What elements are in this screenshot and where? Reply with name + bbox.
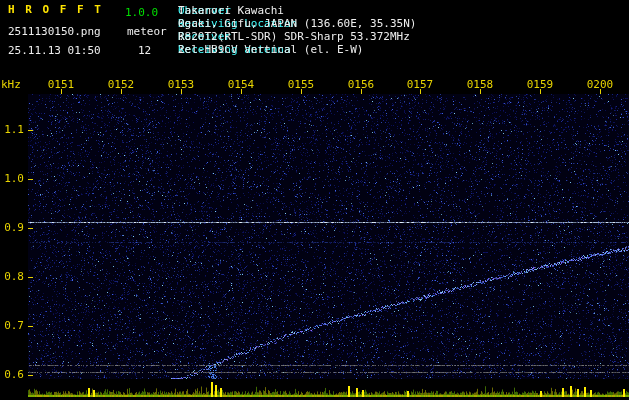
app-title: H R O F F T: [8, 3, 103, 16]
echo-count: 12: [138, 44, 151, 57]
info-value: R820T2(RTL-SDR) SDR-Sharp 53.372MHz: [178, 30, 410, 43]
filename-label: 2511130150.png: [8, 25, 101, 38]
mode-label: meteor: [127, 25, 167, 38]
info-value: 2el-HB9CV Vertical (el. E-W): [178, 43, 363, 56]
info-value: Ogaki, Gifu, JAPAN (136.60E, 35.35N): [178, 17, 416, 30]
hrofft-screen: H R O F F T 1.0.0 2511130150.png meteor …: [0, 0, 629, 400]
info-value: Takanori Kawachi: [178, 4, 284, 17]
spectrogram-canvas: [0, 0, 629, 400]
datetime-label: 25.11.13 01:50: [8, 44, 101, 57]
app-version: 1.0.0: [125, 6, 158, 19]
